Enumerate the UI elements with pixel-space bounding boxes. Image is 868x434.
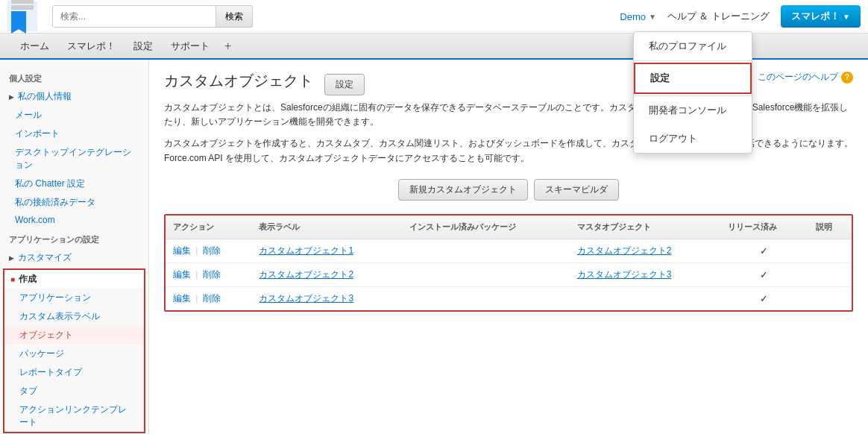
edit-link[interactable]: 編集 xyxy=(173,269,191,280)
cell-action: 編集 | 削除 xyxy=(166,262,251,286)
sidebar-item-object[interactable]: オブジェクト xyxy=(4,326,144,345)
square-icon: ■ xyxy=(10,275,15,283)
cell-label: カスタムオブジェクト3 xyxy=(251,286,402,310)
col-action: アクション xyxy=(166,216,251,239)
logo-area xyxy=(7,1,41,31)
dropdown-divider xyxy=(634,60,752,61)
col-released: リリース済み xyxy=(720,216,808,239)
object-label-link[interactable]: カスタムオブジェクト3 xyxy=(259,293,353,304)
table-row: 編集 | 削除カスタムオブジェクト3✓ xyxy=(166,286,852,310)
bookmark-icon xyxy=(11,11,26,34)
object-label-link[interactable]: カスタムオブジェクト2 xyxy=(259,269,353,280)
dropdown-item-devconsole[interactable]: 開発者コンソール xyxy=(634,96,752,125)
custom-objects-table: アクション 表示ラベル インストール済みパッケージ マスタオブジェクト リリース… xyxy=(166,216,852,310)
data-table-wrapper: アクション 表示ラベル インストール済みパッケージ マスタオブジェクト リリース… xyxy=(164,214,853,312)
sumarep-arrow-icon: ▼ xyxy=(843,13,850,21)
search-button[interactable]: 検索 xyxy=(216,5,253,28)
cell-installed xyxy=(402,239,569,262)
page-help-label: このページのヘルプ xyxy=(758,71,838,84)
top-header: 検索 Demo ▼ ヘルプ ＆ トレーニング スマレポ！ ▼ 私のプロファイル … xyxy=(0,0,868,34)
nav-sumarep[interactable]: スマレポ！ xyxy=(58,34,125,59)
dropdown-menu: 私のプロファイル 設定 開発者コンソール ログアウト xyxy=(633,31,752,154)
cell-installed xyxy=(402,286,569,310)
header-right: Demo ▼ ヘルプ ＆ トレーニング スマレポ！ ▼ xyxy=(620,5,861,28)
dropdown-item-settings[interactable]: 設定 xyxy=(634,63,752,94)
sidebar-item-import[interactable]: インポート xyxy=(0,125,148,143)
table-row: 編集 | 削除カスタムオブジェクト1カスタムオブジェクト2✓ xyxy=(166,239,852,262)
logo-icon xyxy=(7,1,37,31)
content-area: このページのヘルプ ? カスタムオブジェクト 設定 カスタムオブジェクトとは、S… xyxy=(149,60,868,434)
sidebar-item-customize[interactable]: ▶ カスタマイズ xyxy=(0,248,148,267)
sidebar-item-report-type[interactable]: レポートタイプ xyxy=(4,363,144,382)
create-section-box: ■ 作成 アプリケーション カスタム表示ラベル オブジェクト パッケージ レポー… xyxy=(3,268,145,433)
page-title: カスタムオブジェクト xyxy=(164,71,313,91)
search-input[interactable] xyxy=(52,5,216,28)
schema-builder-button[interactable]: スキーマビルダ xyxy=(534,179,619,201)
sidebar-item-custom-label[interactable]: カスタム表示ラベル xyxy=(4,307,144,326)
sidebar-item-myinfo[interactable]: ▶ 私の個人情報 xyxy=(0,87,148,106)
nav-home[interactable]: ホーム xyxy=(11,34,58,59)
action-bar: 新規カスタムオブジェクト スキーマビルダ xyxy=(164,173,853,207)
dropdown-item-profile[interactable]: 私のプロファイル xyxy=(634,32,752,60)
action-separator: | xyxy=(193,293,201,304)
cell-released: ✓ xyxy=(720,262,808,286)
demo-dropdown[interactable]: Demo ▼ xyxy=(620,11,656,22)
edit-link[interactable]: 編集 xyxy=(173,293,191,304)
sidebar-item-workcom[interactable]: Work.com xyxy=(0,212,148,228)
edit-link[interactable]: 編集 xyxy=(173,245,191,256)
col-desc: 説明 xyxy=(808,216,852,239)
triangle-icon2: ▶ xyxy=(9,254,14,262)
col-master: マスタオブジェクト xyxy=(570,216,720,239)
cell-released: ✓ xyxy=(720,239,808,262)
cell-desc xyxy=(808,239,852,262)
help-circle-icon: ? xyxy=(841,72,853,84)
cell-desc xyxy=(808,286,852,310)
col-installed: インストール済みパッケージ xyxy=(402,216,569,239)
sidebar-item-app[interactable]: アプリケーション xyxy=(4,289,144,307)
delete-link[interactable]: 削除 xyxy=(203,245,221,256)
nav-support[interactable]: サポート xyxy=(162,34,218,59)
cell-action: 編集 | 削除 xyxy=(166,239,251,262)
search-area: 検索 xyxy=(52,5,620,28)
sumarep-button[interactable]: スマレポ！ ▼ xyxy=(781,5,861,28)
delete-link[interactable]: 削除 xyxy=(203,293,221,304)
dropdown-item-logout[interactable]: ログアウト xyxy=(634,125,752,153)
nav-plus[interactable]: + xyxy=(218,36,237,57)
cell-master: カスタムオブジェクト2 xyxy=(570,239,720,262)
table-row: 編集 | 削除カスタムオブジェクト2カスタムオブジェクト3✓ xyxy=(166,262,852,286)
app-section-title: アプリケーションの設定 xyxy=(0,228,148,248)
master-object-link[interactable]: カスタムオブジェクト3 xyxy=(577,269,672,280)
dropdown-arrow-icon: ▼ xyxy=(649,13,656,21)
action-separator: | xyxy=(193,269,201,280)
help-link[interactable]: ヘルプ ＆ トレーニング xyxy=(667,10,770,23)
sidebar: 個人設定 ▶ 私の個人情報 メール インポート デスクトップインテグレーション … xyxy=(0,60,149,434)
demo-label: Demo xyxy=(620,11,646,22)
new-custom-object-button[interactable]: 新規カスタムオブジェクト xyxy=(398,179,528,201)
page-help[interactable]: このページのヘルプ ? xyxy=(758,71,853,84)
settings-button[interactable]: 設定 xyxy=(324,74,365,95)
released-checkmark: ✓ xyxy=(760,245,768,257)
object-label-link[interactable]: カスタムオブジェクト1 xyxy=(259,245,353,256)
cell-desc xyxy=(808,262,852,286)
cell-master xyxy=(570,286,720,310)
master-object-link[interactable]: カスタムオブジェクト2 xyxy=(577,245,672,256)
delete-link[interactable]: 削除 xyxy=(203,269,221,280)
sidebar-item-mail[interactable]: メール xyxy=(0,106,148,125)
sidebar-item-connected[interactable]: 私の接続済みデータ xyxy=(0,193,148,212)
cell-released: ✓ xyxy=(720,286,808,310)
released-checkmark: ✓ xyxy=(760,293,768,304)
sidebar-item-tab[interactable]: タブ xyxy=(4,382,144,400)
sidebar-item-chatter[interactable]: 私の Chatter 設定 xyxy=(0,174,148,193)
triangle-icon: ▶ xyxy=(9,93,14,101)
cell-installed xyxy=(402,262,569,286)
sidebar-item-desktop[interactable]: デスクトップインテグレーション xyxy=(0,143,148,174)
cell-label: カスタムオブジェクト2 xyxy=(251,262,402,286)
col-label: 表示ラベル xyxy=(251,216,402,239)
create-section-header[interactable]: ■ 作成 xyxy=(4,270,144,289)
nav-settings[interactable]: 設定 xyxy=(125,34,162,59)
action-separator: | xyxy=(193,245,201,256)
cell-action: 編集 | 削除 xyxy=(166,286,251,310)
sidebar-item-action-template[interactable]: アクションリンクテンプレート xyxy=(4,400,144,432)
sidebar-item-package[interactable]: パッケージ xyxy=(4,345,144,363)
cell-master: カスタムオブジェクト3 xyxy=(570,262,720,286)
